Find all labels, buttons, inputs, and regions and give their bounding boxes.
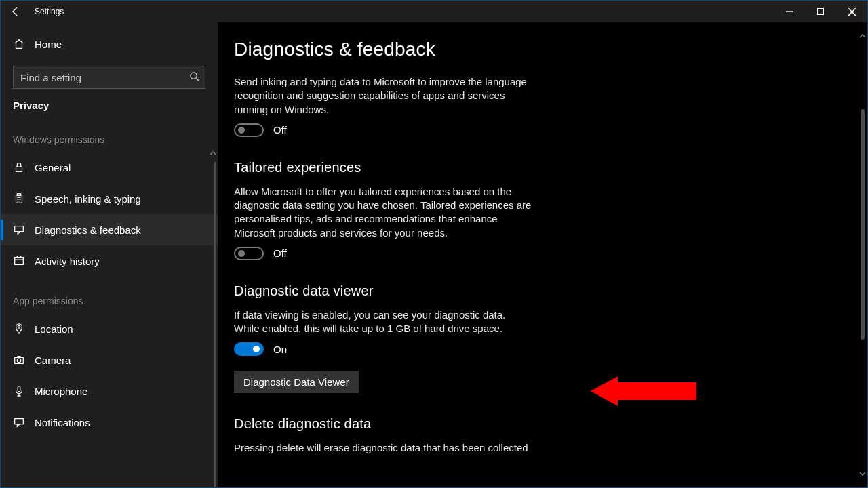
feedback-icon: [13, 224, 35, 236]
inking-description: Send inking and typing data to Microsoft…: [234, 75, 532, 117]
home-label: Home: [35, 39, 62, 50]
camera-icon: [13, 354, 35, 366]
home-icon: [13, 38, 35, 50]
sidebar-item-label: Diagnostics & feedback: [35, 224, 141, 236]
sidebar-item-label: General: [35, 162, 71, 174]
scroll-up-icon[interactable]: [859, 32, 867, 40]
scroll-down-icon[interactable]: [859, 470, 867, 478]
sidebar-scrollbar[interactable]: [214, 162, 216, 488]
svg-rect-6: [15, 258, 24, 265]
viewer-toggle-state: On: [273, 344, 287, 355]
title-bar: Settings: [1, 1, 867, 22]
sidebar-item-camera[interactable]: Camera: [1, 344, 218, 375]
svg-point-9: [17, 359, 20, 362]
svg-rect-10: [18, 386, 20, 392]
svg-rect-11: [15, 419, 24, 424]
clipboard-icon: [13, 192, 35, 205]
search-icon: [189, 71, 199, 83]
back-button[interactable]: [1, 1, 31, 22]
inking-toggle[interactable]: [234, 123, 264, 137]
microphone-icon: [13, 385, 35, 397]
main-content: Diagnostics & feedback Send inking and t…: [218, 22, 867, 487]
home-nav[interactable]: Home: [1, 29, 218, 59]
sidebar: Home Find a setting Privacy Windows perm…: [1, 22, 218, 487]
search-placeholder: Find a setting: [20, 72, 81, 83]
main-scrollbar[interactable]: [861, 32, 865, 478]
group-app-permissions: App permissions: [1, 277, 218, 313]
location-icon: [13, 323, 35, 335]
sidebar-item-label: Camera: [35, 354, 71, 366]
sidebar-item-location[interactable]: Location: [1, 313, 218, 344]
viewer-heading: Diagnostic data viewer: [234, 283, 867, 299]
window-title: Settings: [35, 7, 64, 16]
sidebar-item-activity[interactable]: Activity history: [1, 245, 218, 277]
category-heading: Privacy: [1, 93, 218, 115]
sidebar-item-diagnostics[interactable]: Diagnostics & feedback: [1, 214, 218, 245]
svg-rect-0: [818, 9, 824, 15]
tailored-heading: Tailored experiences: [234, 160, 867, 176]
close-button[interactable]: [836, 1, 867, 22]
page-title: Diagnostics & feedback: [234, 39, 867, 60]
sidebar-item-microphone[interactable]: Microphone: [1, 375, 218, 407]
sidebar-item-label: Location: [35, 323, 73, 335]
delete-description: Pressing delete will erase diagnostic da…: [234, 441, 532, 455]
tailored-description: Allow Microsoft to offer you tailored ex…: [234, 185, 532, 240]
sidebar-item-speech[interactable]: Speech, inking & typing: [1, 183, 218, 214]
lock-icon: [13, 161, 35, 174]
diagnostic-data-viewer-button[interactable]: Diagnostic Data Viewer: [234, 371, 359, 393]
minimize-button[interactable]: [774, 1, 805, 22]
sidebar-item-notifications[interactable]: Notifications: [1, 407, 218, 438]
delete-heading: Delete diagnostic data: [234, 416, 867, 432]
svg-rect-2: [16, 167, 22, 171]
group-windows-permissions: Windows permissions: [1, 115, 218, 152]
viewer-toggle[interactable]: [234, 342, 264, 356]
sidebar-item-general[interactable]: General: [1, 152, 218, 183]
maximize-button[interactable]: [805, 1, 836, 22]
viewer-description: If data viewing is enabled, you can see …: [234, 308, 532, 336]
sidebar-item-label: Activity history: [35, 256, 100, 267]
history-icon: [13, 255, 35, 267]
tailored-toggle[interactable]: [234, 247, 264, 260]
sidebar-item-label: Notifications: [35, 417, 90, 428]
sidebar-item-label: Speech, inking & typing: [35, 193, 141, 205]
tailored-toggle-state: Off: [273, 247, 287, 259]
sidebar-item-label: Microphone: [35, 386, 87, 397]
search-input[interactable]: Find a setting: [13, 66, 205, 89]
svg-point-7: [18, 326, 20, 329]
svg-point-1: [191, 73, 197, 79]
svg-rect-5: [15, 226, 24, 232]
notifications-icon: [13, 416, 35, 428]
inking-toggle-state: Off: [273, 124, 287, 136]
red-arrow-annotation: [591, 376, 696, 406]
